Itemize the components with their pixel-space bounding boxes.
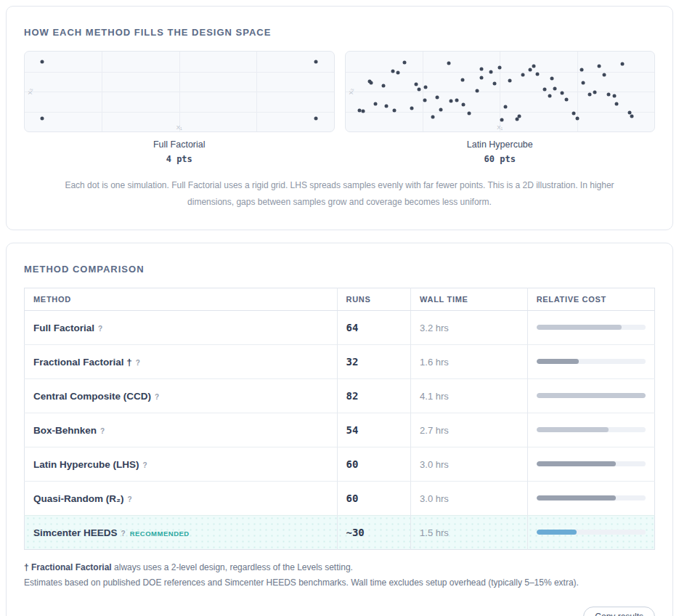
cost-bar-track	[537, 393, 646, 398]
runs-value: ~30	[346, 527, 365, 538]
wall-time-value: 1.5 hrs	[420, 527, 449, 538]
sample-point	[602, 73, 606, 77]
wall-time-value: 1.6 hrs	[420, 357, 449, 368]
cost-bar-fill	[537, 530, 577, 535]
cost-bar-fill	[537, 495, 617, 500]
footnote-rest: always uses a 2-level design, regardless…	[112, 562, 353, 572]
table-row: Quasi-Random (R₂)?603.0 hrs	[25, 481, 655, 515]
wall-time-cell: 3.0 hrs	[411, 481, 528, 515]
sample-point	[447, 61, 451, 65]
runs-cell: 64	[337, 310, 411, 344]
method-cell: Simcenter HEEDS?RECOMMENDED	[25, 515, 338, 549]
wall-time-cell: 3.2 hrs	[411, 310, 528, 344]
sample-point	[403, 61, 407, 65]
wall-time-value: 3.0 hrs	[420, 459, 449, 470]
sample-point	[410, 106, 413, 110]
sample-point	[314, 116, 318, 120]
method-comparison-title: METHOD COMPARISON	[24, 264, 655, 275]
table-row: Central Composite (CCD)?824.1 hrs	[25, 378, 655, 413]
sample-point	[41, 60, 44, 64]
sample-point	[593, 90, 597, 94]
wall-time-cell: 1.5 hrs	[411, 515, 528, 549]
cost-bar-track	[537, 427, 646, 432]
method-name: Simcenter HEEDS	[33, 527, 118, 538]
sample-point	[508, 78, 512, 82]
sample-point	[439, 108, 443, 111]
method-name: Central Composite (CCD)	[33, 391, 151, 402]
help-icon[interactable]: ?	[128, 495, 132, 503]
chart-latin-hypercube: X₂ X₁ Latin Hypercube 60 pts	[345, 51, 656, 164]
cost-bar-track	[537, 359, 646, 364]
sample-point	[548, 94, 551, 97]
sample-point	[630, 114, 633, 118]
runs-cell: 82	[337, 378, 411, 413]
sample-point	[612, 94, 616, 98]
sample-point	[532, 64, 535, 68]
help-icon[interactable]: ?	[155, 393, 159, 401]
charts-row: X₂ X₁ Full Factorial 4 pts X₂ X₁	[24, 51, 655, 164]
sample-point	[435, 95, 439, 99]
sample-point	[582, 81, 585, 84]
copy-results-button[interactable]: Copy results	[583, 607, 655, 616]
col-header-method: METHOD	[25, 288, 338, 310]
method-comparison-table: METHOD RUNS WALL TIME RELATIVE COST Full…	[24, 288, 655, 550]
sample-point	[500, 118, 504, 122]
sample-point	[423, 99, 427, 102]
runs-value: 60	[346, 493, 359, 504]
sample-point	[553, 86, 556, 90]
help-icon[interactable]: ?	[136, 359, 140, 367]
chart-points-count: 60 pts	[345, 154, 656, 164]
help-icon[interactable]: ?	[98, 325, 102, 333]
cost-bar-fill	[537, 393, 646, 398]
sample-point	[476, 89, 479, 93]
sample-point	[385, 104, 389, 108]
relative-cost-cell	[527, 447, 654, 481]
latin-hypercube-points	[353, 57, 648, 123]
relative-cost-cell	[527, 378, 654, 413]
method-name: Latin Hypercube (LHS)	[33, 459, 139, 470]
help-icon[interactable]: ?	[143, 461, 147, 469]
runs-value: 54	[346, 424, 359, 436]
latin-hypercube-plot: X₂ X₁	[345, 51, 656, 132]
relative-cost-cell	[527, 413, 654, 447]
wall-time-cell: 4.1 hrs	[411, 378, 528, 413]
wall-time-value: 3.0 hrs	[420, 493, 449, 504]
sample-point	[614, 102, 618, 105]
sample-point	[561, 92, 564, 95]
cost-bar-track	[537, 461, 646, 466]
sample-point	[515, 117, 519, 121]
chart-points-count: 4 pts	[24, 154, 335, 164]
x-axis-label: X₁	[176, 124, 182, 131]
help-icon[interactable]: ?	[121, 530, 126, 538]
col-header-relative-cost: RELATIVE COST	[527, 288, 654, 310]
runs-value: 60	[346, 458, 359, 470]
wall-time-cell: 3.0 hrs	[411, 447, 528, 481]
cost-bar-track	[537, 495, 646, 500]
method-cell: Full Factorial?	[25, 310, 338, 344]
page: HOW EACH METHOD FILLS THE DESIGN SPACE X…	[0, 0, 679, 616]
sample-point	[431, 115, 434, 119]
sample-point	[414, 83, 418, 86]
wall-time-cell: 1.6 hrs	[411, 344, 528, 378]
design-space-title: HOW EACH METHOD FILLS THE DESIGN SPACE	[24, 27, 655, 38]
sample-point	[480, 76, 484, 80]
footnote-estimates: Estimates based on published DOE referen…	[24, 575, 655, 591]
sample-point	[361, 110, 365, 113]
method-name: Quasi-Random (R₂)	[33, 493, 124, 504]
runs-cell: 54	[337, 413, 411, 447]
sample-point	[462, 103, 465, 107]
design-space-card: HOW EACH METHOD FILLS THE DESIGN SPACE X…	[6, 6, 673, 230]
help-icon[interactable]: ?	[100, 427, 105, 435]
sample-point	[424, 85, 428, 89]
sample-point	[542, 88, 546, 92]
relative-cost-cell	[527, 344, 654, 378]
wall-time-value: 2.7 hrs	[420, 425, 449, 436]
sample-point	[606, 92, 610, 96]
relative-cost-cell	[527, 481, 654, 515]
sample-point	[621, 62, 625, 66]
sample-point	[580, 68, 583, 72]
method-name: Box-Behnken	[33, 425, 97, 436]
sample-point	[572, 112, 575, 115]
chart-label: Full Factorial	[24, 139, 335, 150]
col-header-runs: RUNS	[337, 288, 411, 310]
